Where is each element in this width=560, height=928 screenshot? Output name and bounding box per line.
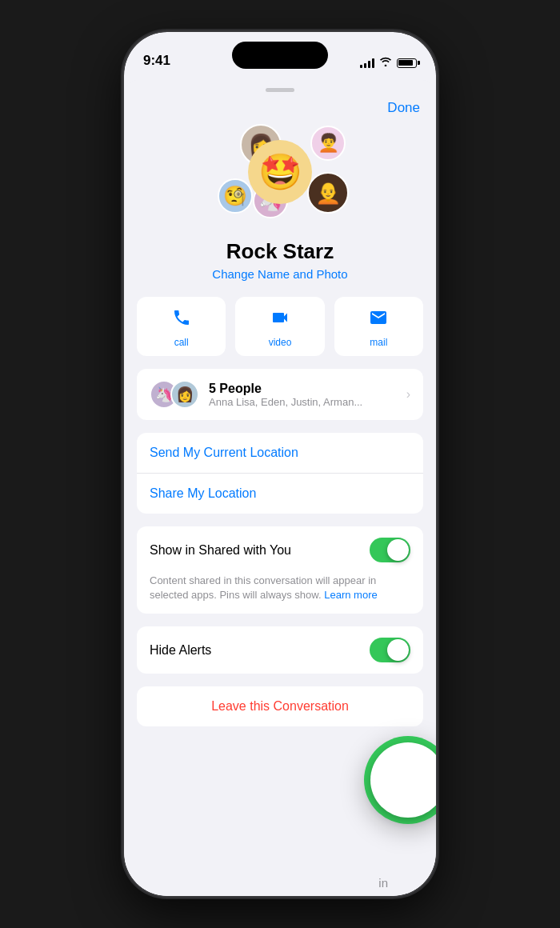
shared-with-you-toggle[interactable] — [370, 538, 410, 562]
screen: 9:41 Done — [124, 32, 436, 896]
people-info: 5 People Anna Lisa, Eden, Justin, Arman.… — [209, 382, 406, 408]
people-row[interactable]: 🦄 👩 5 People Anna Lisa, Eden, Justin, Ar… — [137, 369, 423, 420]
avatar-sunglasses: 🧑‍🦲 — [307, 172, 349, 214]
people-names: Anna Lisa, Eden, Justin, Arman... — [209, 396, 406, 408]
group-name: Rock Starz — [226, 239, 334, 264]
location-card: Send My Current Location Share My Locati… — [137, 433, 423, 514]
action-row: call video mail — [137, 297, 423, 356]
zoom-toggle-knob — [370, 742, 436, 818]
shared-with-you-desc: Content shared in this conversation will… — [137, 574, 423, 614]
sheet-header: Done — [124, 92, 436, 116]
phone-icon — [172, 308, 191, 332]
call-button[interactable]: call — [137, 297, 226, 356]
mail-icon — [369, 308, 388, 332]
mail-button[interactable]: mail — [334, 297, 423, 356]
dynamic-island — [232, 42, 328, 69]
battery-icon — [397, 58, 417, 68]
avatar-center: 🤩 — [248, 140, 312, 204]
group-header: 👩 🧑‍🦱 🤩 🧐 🦄 🧑‍🦲 Rock Starz Change Nam — [124, 116, 436, 297]
learn-more-link[interactable]: Learn more — [324, 589, 377, 601]
avatar-topright: 🧑‍🦱 — [310, 126, 346, 161]
people-count: 5 People — [209, 382, 406, 396]
share-location-text: Share My Location — [150, 486, 256, 500]
call-label: call — [174, 337, 189, 348]
video-button[interactable]: video — [235, 297, 324, 356]
done-button[interactable]: Done — [387, 100, 420, 116]
share-location-row[interactable]: Share My Location — [137, 474, 423, 514]
video-icon — [270, 308, 290, 332]
big-toggle-knob — [387, 639, 409, 661]
change-name-link[interactable]: Change Name and Photo — [212, 267, 347, 281]
leave-card: Leave this Conversation — [137, 686, 423, 726]
partial-in-text: in — [378, 876, 388, 890]
hide-alerts-toggle-container — [370, 638, 410, 662]
people-avatars: 🦄 👩 — [150, 380, 199, 409]
leave-text: Leave this Conversation — [211, 699, 349, 713]
hide-alerts-row: Hide Alerts — [137, 626, 423, 674]
shared-with-you-row: Show in Shared with You — [137, 526, 423, 574]
send-location-text: Send My Current Location — [150, 446, 298, 459]
avatar-cluster: 👩 🧑‍🦱 🤩 🧐 🦄 🧑‍🦲 — [208, 124, 352, 228]
hide-alerts-card: Hide Alerts — [137, 626, 423, 674]
phone-shell: 9:41 Done — [124, 32, 436, 896]
people-mini-2: 👩 — [170, 380, 199, 409]
toggle-knob — [387, 539, 409, 561]
mail-label: mail — [370, 337, 387, 348]
video-label: video — [269, 337, 292, 348]
shared-with-you-card: Show in Shared with You Content shared i… — [137, 526, 423, 614]
send-location-row[interactable]: Send My Current Location — [137, 433, 423, 474]
people-card: 🦄 👩 5 People Anna Lisa, Eden, Justin, Ar… — [137, 369, 423, 420]
status-icons — [360, 57, 417, 69]
leave-row[interactable]: Leave this Conversation — [137, 686, 423, 726]
shared-with-you-label: Show in Shared with You — [150, 543, 370, 558]
hide-alerts-label: Hide Alerts — [150, 643, 370, 658]
chevron-icon: › — [406, 387, 410, 402]
wifi-icon — [379, 57, 392, 69]
avatar-glasses: 🧐 — [218, 178, 253, 214]
signal-icon — [360, 58, 374, 68]
hide-alerts-toggle[interactable] — [370, 638, 410, 662]
